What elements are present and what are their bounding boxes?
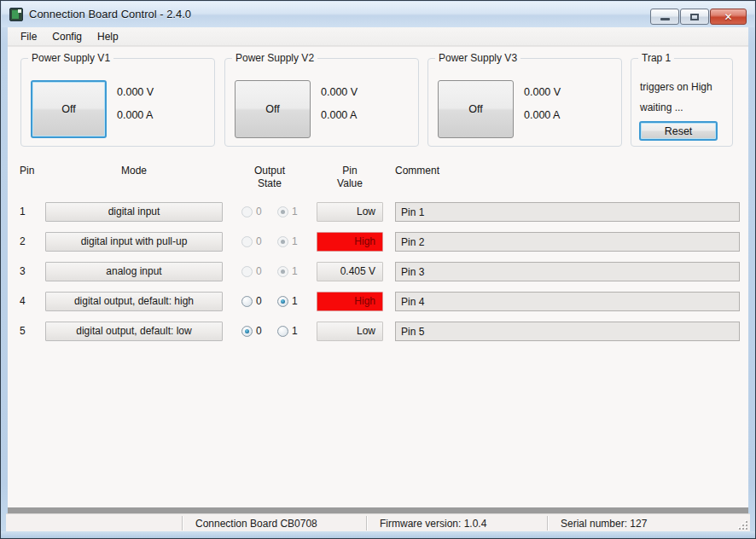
- voltage-readout: 0.000 V: [524, 86, 561, 98]
- trap-group: Trap 1 triggers on High waiting ... Rese…: [631, 58, 733, 147]
- window-frame-bottom: [1, 531, 755, 538]
- window-controls: ✕: [649, 9, 747, 25]
- mode-selector[interactable]: digital output, default: high: [45, 292, 223, 311]
- maximize-icon: [690, 14, 699, 20]
- radio-icon: [241, 266, 253, 277]
- table-row: 3 analog input 0 1 0.405 V: [8, 262, 748, 292]
- output-state-radio-0: 0: [241, 206, 262, 217]
- comment-input[interactable]: [395, 202, 740, 222]
- bottom-strip: [8, 507, 748, 513]
- pin-value-display: High: [317, 292, 383, 311]
- output-state-radio-0[interactable]: 0: [241, 295, 262, 307]
- current-readout: 0.000 A: [321, 109, 358, 121]
- status-serial-number: Serial number: 127: [561, 518, 647, 530]
- pin-number: 4: [20, 292, 38, 311]
- status-separator: [547, 516, 548, 530]
- radio-icon: [241, 326, 253, 337]
- comment-input[interactable]: [395, 292, 740, 311]
- pin-number: 5: [20, 322, 38, 341]
- comment-input[interactable]: [395, 232, 740, 252]
- comment-input[interactable]: [395, 322, 740, 341]
- status-firmware-version: Firmware version: 1.0.4: [380, 518, 486, 530]
- trap-reset-button[interactable]: Reset: [639, 121, 718, 141]
- pin-value-display: Low: [317, 202, 383, 222]
- power-supply-v1-off-button[interactable]: Off: [31, 80, 107, 138]
- pin-value-display: Low: [317, 322, 383, 341]
- pin-number: 1: [20, 202, 38, 222]
- output-state-radio-0[interactable]: 0: [241, 325, 262, 337]
- mode-selector[interactable]: analog input: [45, 262, 223, 281]
- pin-value-display: High: [317, 232, 383, 252]
- minimize-icon: [660, 18, 670, 20]
- resize-grip[interactable]: [738, 520, 748, 530]
- app-icon: [9, 8, 23, 21]
- group-title: Trap 1: [638, 52, 674, 64]
- power-supply-v1-group: Power Supply V1 Off 0.000 V 0.000 A: [20, 58, 215, 147]
- column-header-pin-value: Pin Value: [331, 165, 369, 190]
- column-header-comment: Comment: [395, 165, 439, 177]
- menu-item-config[interactable]: Config: [44, 28, 90, 45]
- group-title: Power Supply V2: [232, 52, 317, 64]
- radio-icon: [277, 296, 288, 307]
- minimize-button[interactable]: [650, 9, 679, 25]
- output-state-radio-1[interactable]: 1: [277, 325, 298, 337]
- table-row: 1 digital input 0 1 Low: [8, 202, 748, 232]
- client-area: Power Supply V1 Off 0.000 V 0.000 A Powe…: [8, 46, 748, 507]
- title-bar: Connection Board Control - 2.4.0 ✕: [2, 2, 754, 27]
- radio-icon: [277, 236, 288, 247]
- close-button[interactable]: ✕: [710, 9, 747, 25]
- output-state-radio-0: 0: [241, 265, 262, 277]
- column-header-pin: Pin: [20, 165, 34, 177]
- mode-selector[interactable]: digital output, default: low: [45, 322, 223, 341]
- status-bar: Connection Board CB0708 Firmware version…: [6, 513, 750, 532]
- comment-input[interactable]: [395, 262, 740, 281]
- maximize-button[interactable]: [680, 9, 709, 25]
- readouts: 0.000 V 0.000 A: [524, 86, 561, 132]
- output-state-radio-0: 0: [241, 235, 262, 247]
- status-board-name: Connection Board CB0708: [195, 518, 317, 530]
- radio-icon: [277, 326, 288, 337]
- column-header-mode: Mode: [45, 165, 223, 177]
- pin-table: 1 digital input 0 1 Low 2 digital input …: [8, 202, 748, 351]
- output-state-radio-1[interactable]: 1: [277, 295, 298, 307]
- power-supply-v3-off-button[interactable]: Off: [438, 80, 514, 138]
- column-header-output-state: Output State: [246, 165, 294, 190]
- trap-status-text: waiting ...: [640, 101, 683, 113]
- voltage-readout: 0.000 V: [117, 86, 154, 98]
- readouts: 0.000 V 0.000 A: [321, 86, 358, 132]
- close-icon: ✕: [724, 12, 732, 22]
- status-separator: [182, 516, 183, 530]
- radio-icon: [241, 206, 253, 217]
- table-row: 5 digital output, default: low 0 1 Low: [8, 322, 748, 351]
- output-state-radio-1: 1: [277, 235, 298, 247]
- power-supply-v2-group: Power Supply V2 Off 0.000 V 0.000 A: [224, 58, 419, 147]
- menu-bar: File Config Help: [8, 27, 748, 46]
- voltage-readout: 0.000 V: [321, 86, 358, 98]
- group-title: Power Supply V3: [435, 52, 520, 64]
- mode-selector[interactable]: digital input: [45, 202, 223, 222]
- trap-trigger-text: triggers on High: [640, 81, 712, 93]
- radio-icon: [277, 206, 288, 217]
- pin-value-display: 0.405 V: [317, 262, 383, 281]
- group-title: Power Supply V1: [28, 52, 113, 64]
- status-separator: [366, 516, 367, 530]
- window-title: Connection Board Control - 2.4.0: [29, 8, 191, 20]
- output-state-radio-1: 1: [277, 206, 298, 217]
- power-supply-v3-group: Power Supply V3 Off 0.000 V 0.000 A: [427, 58, 622, 147]
- current-readout: 0.000 A: [117, 109, 154, 121]
- menu-item-help[interactable]: Help: [90, 28, 126, 45]
- table-row: 2 digital input with pull-up 0 1 High: [8, 232, 748, 262]
- pin-number: 3: [20, 262, 38, 281]
- power-supply-v2-off-button[interactable]: Off: [235, 80, 311, 138]
- radio-icon: [241, 296, 253, 307]
- radio-icon: [277, 266, 288, 277]
- mode-selector[interactable]: digital input with pull-up: [45, 232, 223, 252]
- readouts: 0.000 V 0.000 A: [117, 86, 154, 132]
- current-readout: 0.000 A: [524, 109, 561, 121]
- radio-icon: [241, 236, 253, 247]
- pin-number: 2: [20, 232, 38, 252]
- menu-item-file[interactable]: File: [13, 28, 44, 45]
- app-window: Connection Board Control - 2.4.0 ✕ File …: [0, 0, 756, 539]
- output-state-radio-1: 1: [277, 265, 298, 277]
- table-row: 4 digital output, default: high 0 1 High: [8, 292, 748, 322]
